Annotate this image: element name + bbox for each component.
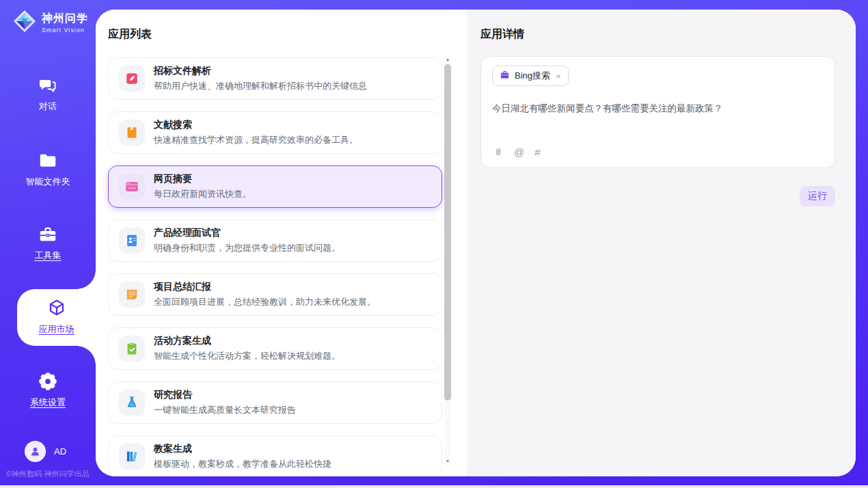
sidebar-item-chat[interactable]: 对话 [0,75,96,113]
chat-icon [0,75,96,96]
sidebar-item-label: 工具集 [35,250,62,260]
sidebar-item-settings[interactable]: 系统设置 [0,371,96,409]
app-description: 帮助用户快速、准确地理解和解析招标书中的关键信息 [154,80,367,92]
app-list: 招标文件解析 帮助用户快速、准确地理解和解析招标书中的关键信息 文献搜索 快速精… [108,57,442,476]
prompt-toolbar: @ # [493,146,541,158]
avatar [25,441,46,462]
app-description: 智能生成个性化活动方案，轻松解决规划难题。 [154,350,340,362]
sidebar-item-label: 应用市场 [39,324,74,334]
books-icon [119,444,145,470]
scroll-down-icon[interactable]: ▼ [444,458,451,465]
app-name: 活动方案生成 [154,335,340,347]
tool-tag-label: Bing搜索 [515,70,550,82]
content-panel: 应用列表 招标文件解析 帮助用户快速、准确地理解和解析招标书中的关键信息 [96,10,856,476]
app-card-project-summary[interactable]: 项目总结汇报 全面回顾项目进展，总结经验教训，助力未来优化发展。 [108,273,442,316]
prompt-input[interactable]: 今日湖北有哪些新闻要点？有哪些需要关注的最新政策？ [492,102,824,116]
resume-person-icon [119,228,145,254]
flask-icon [119,390,145,416]
user-profile[interactable]: AD [25,441,66,462]
clipboard-check-icon [119,336,145,362]
app-description: 明确身份和职责，为您提供专业性的面试问题。 [154,242,340,254]
briefcase-icon [500,70,510,83]
sidebar-item-label: 系统设置 [30,397,66,407]
app-name: 产品经理面试官 [154,227,340,239]
app-list-pane: 应用列表 招标文件解析 帮助用户快速、准确地理解和解析招标书中的关键信息 [96,10,467,476]
app-detail-title: 应用详情 [480,27,524,42]
scrollbar-thumb[interactable] [444,64,451,401]
attachment-icon[interactable] [493,147,504,158]
app-name: 招标文件解析 [154,65,367,77]
folder-icon [0,150,96,171]
person-icon [29,445,42,458]
app-detail-pane: 应用详情 Bing搜索 × 今日湖北有哪些新闻要点？有哪些需要关注的最新政策？ [467,10,856,476]
app-card-pm-interviewer[interactable]: 产品经理面试官 明确身份和职责，为您提供专业性的面试问题。 [108,219,442,262]
browser-code-icon: </> [119,174,145,200]
sidebar-item-app-market[interactable]: 应用市场 [17,298,96,336]
edit-square-icon [119,66,145,92]
brand-title: 神州问学 [42,12,88,26]
mention-icon[interactable]: @ [514,146,524,158]
toolbox-icon [0,224,96,245]
sidebar-item-label: 对话 [39,101,57,111]
app-card-lesson-plan[interactable]: 教案生成 模板驱动，教案秒成，教学准备从此轻松快捷 [108,435,442,476]
app-frame: 神州问学 Smart Vision 对话 智能文件夹 [0,0,868,485]
app-card-event-plan[interactable]: 活动方案生成 智能生成个性化活动方案，轻松解决规划难题。 [108,327,442,370]
app-name: 网页摘要 [154,173,252,185]
sticky-note-icon [119,282,145,308]
app-card-web-summary[interactable]: </> 网页摘要 每日政府新闻资讯快查。 [108,165,442,208]
sidebar-item-smart-folder[interactable]: 智能文件夹 [0,150,96,188]
app-name: 研究报告 [154,389,296,401]
app-description: 模板驱动，教案秒成，教学准备从此轻松快捷 [154,458,331,470]
cube-icon [17,298,96,318]
close-icon[interactable]: × [555,72,562,81]
sidebar-item-label: 智能文件夹 [26,176,70,187]
scroll-up-icon[interactable]: ▲ [444,56,451,63]
user-name: AD [54,446,66,457]
app-card-literature-search[interactable]: 文献搜索 快速精准查找学术资源，提高研究效率的必备工具。 [108,111,442,154]
copyright-footer: ©神州数码·神州问学出品 [6,469,90,479]
brand-subtitle: Smart Vision [42,27,88,33]
app-description: 每日政府新闻资讯快查。 [154,188,252,200]
tool-tag-bing-search[interactable]: Bing搜索 × [492,66,569,86]
app-description: 一键智能生成高质量长文本研究报告 [154,404,296,416]
sidebar-active-bubble: 应用市场 [17,289,96,346]
run-button[interactable]: 运行 [800,186,835,206]
list-scrollbar[interactable]: ▲ ▼ [444,55,451,466]
sidebar-item-toolset[interactable]: 工具集 [0,224,96,262]
sidebar: 神州问学 Smart Vision 对话 智能文件夹 [0,0,96,485]
prompt-card: Bing搜索 × 今日湖北有哪些新闻要点？有哪些需要关注的最新政策？ @ # [480,56,835,168]
book-icon [119,120,145,146]
app-description: 快速精准查找学术资源，提高研究效率的必备工具。 [154,134,358,146]
svg-text:</>: </> [128,185,136,190]
app-name: 文献搜索 [154,119,358,131]
app-description: 全面回顾项目进展，总结经验教训，助力未来优化发展。 [154,296,376,308]
app-name: 教案生成 [154,443,331,455]
hash-icon[interactable]: # [534,146,540,158]
app-card-research-report[interactable]: 研究报告 一键智能生成高质量长文本研究报告 [108,381,442,424]
app-name: 项目总结汇报 [154,281,376,293]
app-card-bid-analysis[interactable]: 招标文件解析 帮助用户快速、准确地理解和解析招标书中的关键信息 [108,57,442,100]
brand: 神州问学 Smart Vision [12,9,88,36]
brand-logo-icon [12,9,37,36]
app-list-title: 应用列表 [108,27,152,42]
gear-icon [0,371,96,392]
